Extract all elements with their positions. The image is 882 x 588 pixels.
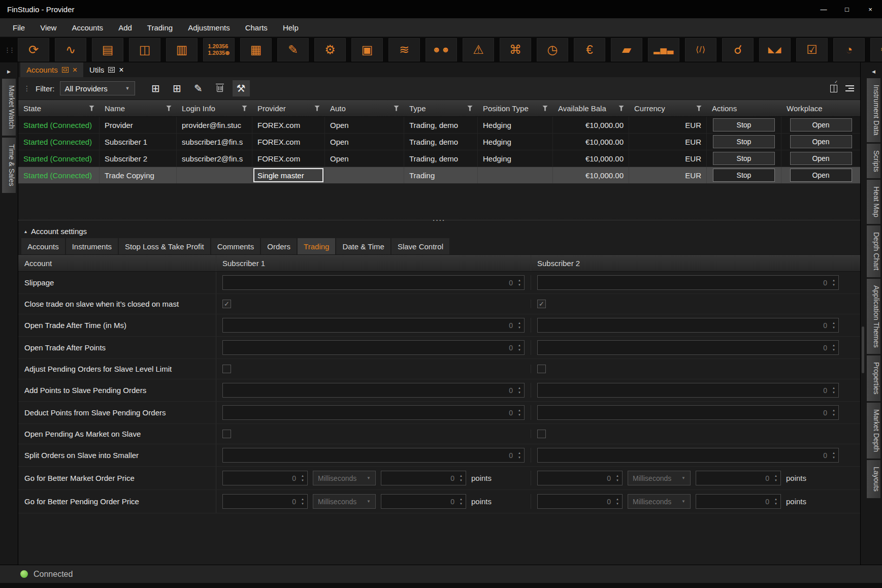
spin-down-icon[interactable]: ▼ xyxy=(832,391,835,394)
menu-trading[interactable]: Trading xyxy=(140,18,180,37)
dock-tab-market-depth[interactable]: Market Depth xyxy=(867,403,880,459)
column-header-position-type[interactable]: Position Type xyxy=(478,100,553,116)
spin-up-icon[interactable]: ▲ xyxy=(301,474,304,477)
close-button[interactable]: × xyxy=(859,0,882,18)
spin-down-icon[interactable]: ▼ xyxy=(518,348,521,351)
new-columns-view-button[interactable]: ▥ xyxy=(166,38,198,61)
settings-tab-trading[interactable]: Trading xyxy=(298,238,335,254)
number-field[interactable]: 0▲▼ xyxy=(222,318,525,333)
toolbar-grip-icon[interactable]: ⋮⋮ xyxy=(4,46,12,54)
spin-down-icon[interactable]: ▼ xyxy=(518,456,521,459)
settings-tab-instruments[interactable]: Instruments xyxy=(66,238,118,254)
spin-up-icon[interactable]: ▲ xyxy=(832,451,835,454)
time-unit-select[interactable]: Milliseconds▼ xyxy=(313,471,376,485)
spinner-arrows[interactable]: ▲▼ xyxy=(516,321,522,329)
spinner-arrows[interactable]: ▲▼ xyxy=(614,498,620,505)
filter-funnel-icon[interactable] xyxy=(166,106,172,111)
checkbox[interactable]: ✓ xyxy=(537,300,546,308)
time-unit-select[interactable]: Milliseconds▼ xyxy=(313,494,376,509)
spin-down-icon[interactable]: ▼ xyxy=(774,502,777,505)
settings-tab-stop-loss-take-profit[interactable]: Stop Loss & Take Profit xyxy=(119,238,210,254)
spinner-arrows[interactable]: ▲▼ xyxy=(458,474,464,482)
new-watchlist-button[interactable]: ▤ xyxy=(92,38,123,61)
float-window-icon[interactable] xyxy=(62,67,69,73)
column-chooser-icon[interactable] xyxy=(830,85,837,92)
spin-up-icon[interactable]: ▲ xyxy=(832,344,835,347)
spin-up-icon[interactable]: ▲ xyxy=(460,474,463,477)
spinner-arrows[interactable]: ▲▼ xyxy=(773,498,779,505)
checkbox[interactable] xyxy=(537,365,546,373)
open-workplace-button[interactable]: Open xyxy=(790,169,852,182)
checkbox[interactable]: ✓ xyxy=(222,300,231,308)
menu-add[interactable]: Add xyxy=(111,18,140,37)
number-field[interactable]: 0▲▼ xyxy=(222,448,525,463)
provider-filter-select[interactable]: All Providers ▼ xyxy=(60,81,135,95)
stop-button[interactable]: Stop xyxy=(713,118,775,132)
spinner-arrows[interactable]: ▲▼ xyxy=(516,386,522,394)
spin-down-icon[interactable]: ▼ xyxy=(518,391,521,394)
number-field[interactable]: 0▲▼ xyxy=(537,275,839,290)
column-header-auto[interactable]: Auto xyxy=(325,100,404,116)
dock-tab-properties[interactable]: Properties xyxy=(867,355,880,401)
spin-up-icon[interactable]: ▲ xyxy=(518,386,521,389)
scheduler-clock-button[interactable]: ◷ xyxy=(537,38,568,61)
float-window-icon[interactable] xyxy=(108,67,115,73)
settings-tab-accounts[interactable]: Accounts xyxy=(21,238,65,254)
layout-tiles-button[interactable]: ▣ xyxy=(351,38,383,61)
account-refresh-button[interactable]: ⟳ xyxy=(18,38,49,61)
stop-button[interactable]: Stop xyxy=(713,169,775,182)
spin-down-icon[interactable]: ▼ xyxy=(301,502,304,505)
number-field[interactable]: 0▲▼ xyxy=(222,383,525,398)
stopwatch-info-button[interactable]: ◔ xyxy=(833,38,865,61)
code-editor-button[interactable]: ⟨/⟩ xyxy=(685,38,716,61)
filter-funnel-icon[interactable] xyxy=(314,106,320,111)
checkbox[interactable] xyxy=(222,365,231,373)
settings-tab-orders[interactable]: Orders xyxy=(261,238,297,254)
points-value-field[interactable]: 0▲▼ xyxy=(381,471,466,485)
number-field[interactable]: 0▲▼ xyxy=(222,340,525,355)
open-workplace-button[interactable]: Open xyxy=(790,118,852,132)
number-field[interactable]: 0▲▼ xyxy=(537,318,839,333)
spin-up-icon[interactable]: ▲ xyxy=(774,474,777,477)
symbol-search-button[interactable]: ☌ xyxy=(722,38,754,61)
accounts-people-button[interactable]: ☻☻ xyxy=(426,38,457,61)
spin-up-icon[interactable]: ▲ xyxy=(518,279,521,282)
column-header-type[interactable]: Type xyxy=(404,100,478,116)
spinner-arrows[interactable]: ▲▼ xyxy=(458,498,464,505)
spin-up-icon[interactable]: ▲ xyxy=(460,498,463,501)
column-header-currency[interactable]: Currency xyxy=(629,100,707,116)
spin-down-icon[interactable]: ▼ xyxy=(460,479,463,482)
menu-charts[interactable]: Charts xyxy=(238,18,275,37)
spin-down-icon[interactable]: ▼ xyxy=(832,456,835,459)
spinner-arrows[interactable]: ▲▼ xyxy=(300,474,306,482)
stop-button[interactable]: Stop xyxy=(713,152,775,165)
connection-settings-button[interactable]: ⚒ xyxy=(233,80,250,96)
dock-tab-depth-chart[interactable]: Depth Chart xyxy=(867,225,880,277)
time-value-field[interactable]: 0▲▼ xyxy=(537,471,623,485)
settings-tab-slave-control[interactable]: Slave Control xyxy=(391,238,449,254)
statements-money-button[interactable]: € xyxy=(574,38,605,61)
spinner-arrows[interactable]: ▲▼ xyxy=(516,451,522,459)
number-field[interactable]: 0▲▼ xyxy=(537,448,839,463)
settings-tab-comments[interactable]: Comments xyxy=(211,238,260,254)
number-field[interactable]: 0▲▼ xyxy=(222,275,525,290)
spinner-arrows[interactable]: ▲▼ xyxy=(516,279,522,286)
spinner-arrows[interactable]: ▲▼ xyxy=(516,409,522,416)
column-header-login-info[interactable]: Login Info xyxy=(177,100,252,116)
spinner-arrows[interactable]: ▲▼ xyxy=(831,409,837,416)
column-header-provider[interactable]: Provider xyxy=(252,100,325,116)
column-header-state[interactable]: State xyxy=(18,100,100,116)
spin-up-icon[interactable]: ▲ xyxy=(774,498,777,501)
time-unit-select[interactable]: Milliseconds▼ xyxy=(628,494,691,509)
spin-down-icon[interactable]: ▼ xyxy=(832,283,835,286)
filter-funnel-icon[interactable] xyxy=(542,106,548,111)
splitter-grip-icon[interactable]: ···· xyxy=(433,216,445,224)
account-row-trade-copying[interactable]: Started (Connected)Trade CopyingSingle m… xyxy=(18,167,860,184)
spin-down-icon[interactable]: ▼ xyxy=(616,479,619,482)
spin-down-icon[interactable]: ▼ xyxy=(518,413,521,416)
filter-funnel-icon[interactable] xyxy=(242,106,247,111)
tasks-check-button[interactable]: ☑ xyxy=(796,38,828,61)
spinner-arrows[interactable]: ▲▼ xyxy=(773,474,779,482)
spinner-arrows[interactable]: ▲▼ xyxy=(614,474,620,482)
spin-down-icon[interactable]: ▼ xyxy=(616,502,619,505)
